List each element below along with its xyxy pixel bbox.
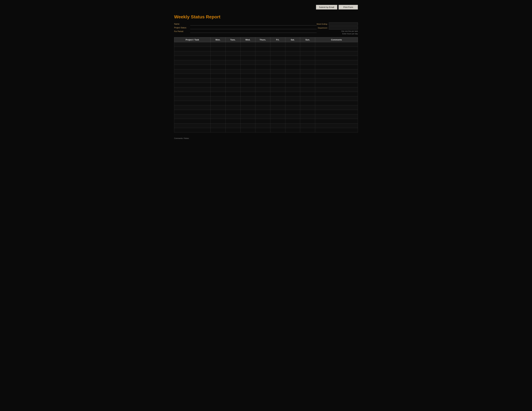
cell-thurs[interactable] <box>255 78 270 83</box>
cell-project-task[interactable] <box>174 101 210 105</box>
cell-sat[interactable] <box>285 42 300 47</box>
cell-tues[interactable] <box>226 96 240 101</box>
cell-thurs[interactable] <box>255 74 270 78</box>
cell-sun[interactable] <box>300 87 315 92</box>
cell-fri[interactable] <box>270 128 285 132</box>
cell-fri[interactable] <box>270 87 285 92</box>
cell-comments[interactable] <box>315 123 358 128</box>
cell-tues[interactable] <box>226 87 240 92</box>
cell-sat[interactable] <box>285 105 300 110</box>
cell-wed[interactable] <box>240 114 255 119</box>
cell-comments[interactable] <box>315 83 358 87</box>
cell-sat[interactable] <box>285 56 300 60</box>
cell-sun[interactable] <box>300 42 315 47</box>
cell-thurs[interactable] <box>255 92 270 96</box>
cell-sun[interactable] <box>300 101 315 105</box>
week-ending-input[interactable] <box>329 22 358 26</box>
cell-tues[interactable] <box>226 42 240 47</box>
cell-comments[interactable] <box>315 69 358 74</box>
cell-sun[interactable] <box>300 105 315 110</box>
cell-fri[interactable] <box>270 69 285 74</box>
cell-sat[interactable] <box>285 47 300 51</box>
cell-fri[interactable] <box>270 114 285 119</box>
cell-sun[interactable] <box>300 60 315 65</box>
cell-sun[interactable] <box>300 83 315 87</box>
cell-tues[interactable] <box>226 69 240 74</box>
cell-fri[interactable] <box>270 65 285 69</box>
cell-thurs[interactable] <box>255 56 270 60</box>
cell-mon[interactable] <box>210 78 225 83</box>
cell-mon[interactable] <box>210 60 225 65</box>
cell-comments[interactable] <box>315 101 358 105</box>
cell-sun[interactable] <box>300 128 315 132</box>
cell-comments[interactable] <box>315 105 358 110</box>
cell-mon[interactable] <box>210 105 225 110</box>
cell-mon[interactable] <box>210 119 225 123</box>
cell-sat[interactable] <box>285 87 300 92</box>
cell-comments[interactable] <box>315 74 358 78</box>
cell-project-task[interactable] <box>174 110 210 114</box>
cell-sun[interactable] <box>300 96 315 101</box>
cell-thurs[interactable] <box>255 83 270 87</box>
cell-fri[interactable] <box>270 123 285 128</box>
cell-sun[interactable] <box>300 110 315 114</box>
cell-fri[interactable] <box>270 83 285 87</box>
cell-sat[interactable] <box>285 74 300 78</box>
cell-wed[interactable] <box>240 123 255 128</box>
cell-tues[interactable] <box>226 60 240 65</box>
cell-wed[interactable] <box>240 74 255 78</box>
cell-project-task[interactable] <box>174 119 210 123</box>
cell-project-task[interactable] <box>174 56 210 60</box>
cell-comments[interactable] <box>315 110 358 114</box>
cell-mon[interactable] <box>210 47 225 51</box>
cell-project-task[interactable] <box>174 83 210 87</box>
cell-tues[interactable] <box>226 110 240 114</box>
cell-project-task[interactable] <box>174 51 210 56</box>
cell-wed[interactable] <box>240 110 255 114</box>
cell-mon[interactable] <box>210 74 225 78</box>
cell-fri[interactable] <box>270 47 285 51</box>
cell-project-task[interactable] <box>174 96 210 101</box>
cell-wed[interactable] <box>240 119 255 123</box>
cell-wed[interactable] <box>240 92 255 96</box>
cell-fri[interactable] <box>270 110 285 114</box>
cell-comments[interactable] <box>315 119 358 123</box>
cell-tues[interactable] <box>226 123 240 128</box>
cell-comments[interactable] <box>315 92 358 96</box>
cell-mon[interactable] <box>210 114 225 119</box>
cell-project-task[interactable] <box>174 47 210 51</box>
cell-mon[interactable] <box>210 51 225 56</box>
cell-sat[interactable] <box>285 92 300 96</box>
cell-fri[interactable] <box>270 101 285 105</box>
cell-fri[interactable] <box>270 105 285 110</box>
cell-fri[interactable] <box>270 96 285 101</box>
cell-sat[interactable] <box>285 96 300 101</box>
cell-wed[interactable] <box>240 87 255 92</box>
cell-thurs[interactable] <box>255 96 270 101</box>
cell-comments[interactable] <box>315 56 358 60</box>
cell-thurs[interactable] <box>255 119 270 123</box>
cell-thurs[interactable] <box>255 60 270 65</box>
cell-sun[interactable] <box>300 74 315 78</box>
cell-mon[interactable] <box>210 87 225 92</box>
cell-tues[interactable] <box>226 47 240 51</box>
cell-comments[interactable] <box>315 128 358 132</box>
cell-sun[interactable] <box>300 119 315 123</box>
submit-by-email-button[interactable]: Submit by Email <box>316 5 337 9</box>
cell-sat[interactable] <box>285 128 300 132</box>
cell-thurs[interactable] <box>255 51 270 56</box>
cell-thurs[interactable] <box>255 101 270 105</box>
cell-comments[interactable] <box>315 60 358 65</box>
cell-sun[interactable] <box>300 123 315 128</box>
cell-wed[interactable] <box>240 101 255 105</box>
cell-sat[interactable] <box>285 65 300 69</box>
cell-mon[interactable] <box>210 56 225 60</box>
name-input[interactable] <box>190 22 317 26</box>
cell-sun[interactable] <box>300 78 315 83</box>
cell-fri[interactable] <box>270 56 285 60</box>
cell-project-task[interactable] <box>174 74 210 78</box>
cell-mon[interactable] <box>210 101 225 105</box>
cell-sat[interactable] <box>285 60 300 65</box>
cell-tues[interactable] <box>226 119 240 123</box>
cell-wed[interactable] <box>240 42 255 47</box>
